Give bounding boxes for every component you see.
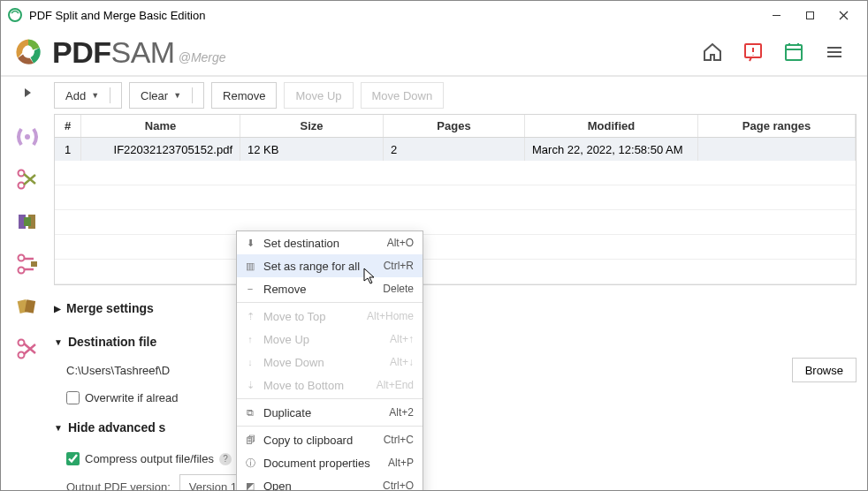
news-icon[interactable] <box>780 39 807 65</box>
menu-item-accel: Alt+Home <box>367 310 414 322</box>
brand-logo-icon <box>13 37 43 67</box>
menu-item-accel: Alt+O <box>387 237 414 249</box>
compress-label: Compress output file/files <box>85 452 214 465</box>
destination-toggle[interactable]: ▼ Destination file <box>54 331 857 352</box>
svg-point-25 <box>18 340 24 346</box>
advanced-toggle[interactable]: ▼ Hide advanced s <box>54 417 857 438</box>
chevron-down-icon: ▼ <box>54 337 63 347</box>
menu-item-open[interactable]: ◩OpenCtrl+O <box>237 474 423 490</box>
app-logo-icon <box>8 8 22 22</box>
movedown-button[interactable]: Move Down <box>361 82 445 109</box>
menu-item-label: Document properties <box>263 457 381 470</box>
svg-rect-19 <box>24 217 31 226</box>
remove-button[interactable]: Remove <box>211 82 277 109</box>
menu-item-accel: Ctrl+R <box>384 260 414 272</box>
merge-settings-toggle[interactable]: ▶ Merge settings <box>54 298 857 319</box>
sidebar-item-extract[interactable] <box>11 206 43 238</box>
module-name: @Merge <box>179 50 226 64</box>
window-minimize-button[interactable] <box>759 2 793 28</box>
menu-item-document-properties[interactable]: ⓘDocument propertiesAlt+P <box>237 451 423 474</box>
svg-point-14 <box>25 134 30 140</box>
add-button[interactable]: Add▼ <box>54 82 122 109</box>
menu-separator <box>237 426 423 427</box>
context-menu: ⬇Set destinationAlt+O▥Set as range for a… <box>236 230 423 490</box>
svg-rect-2 <box>806 11 813 19</box>
menu-item-accel: Ctrl+O <box>383 480 414 490</box>
file-toolbar: Add▼ Clear▼ Remove Move Up Move Down <box>54 82 857 114</box>
svg-point-16 <box>18 183 24 189</box>
overwrite-checkbox[interactable] <box>66 391 80 404</box>
svg-rect-22 <box>31 261 37 267</box>
output-version-label: Output PDF version: <box>66 480 171 491</box>
menu-separator <box>237 302 423 303</box>
menu-item-accel: Alt+P <box>388 457 414 469</box>
menu-item-icon: − <box>244 283 256 294</box>
col-name[interactable]: Name <box>81 115 240 137</box>
window-titlebar: PDF Split and Merge Basic Edition <box>1 1 867 29</box>
col-pages[interactable]: Pages <box>384 115 525 137</box>
menu-icon[interactable] <box>821 39 848 65</box>
sidebar-item-merge[interactable] <box>11 121 43 153</box>
menu-item-label: Remove <box>263 283 376 296</box>
content-area: Add▼ Clear▼ Remove Move Up Move Down # N… <box>54 77 867 490</box>
menu-item-label: Move to Bottom <box>263 379 369 392</box>
col-modified[interactable]: Modified <box>525 115 698 137</box>
advanced-section: ▼ Hide advanced s Compress output file/f… <box>54 417 857 490</box>
sidebar <box>1 77 54 490</box>
menu-item-icon: ▥ <box>244 261 256 272</box>
svg-point-20 <box>18 255 24 261</box>
window-title: PDF Split and Merge Basic Edition <box>29 9 205 22</box>
menu-item-icon: ↓ <box>244 357 256 367</box>
menu-item-duplicate[interactable]: ⧉DuplicateAlt+2 <box>237 401 423 424</box>
table-empty-area[interactable] <box>55 161 856 284</box>
menu-item-move-down: ↓Move DownAlt+↓ <box>237 351 423 374</box>
sidebar-item-alternate[interactable] <box>11 333 43 365</box>
sidebar-item-splitbysize[interactable] <box>11 248 43 280</box>
svg-point-26 <box>18 352 24 359</box>
home-icon[interactable] <box>699 39 726 65</box>
menu-item-remove[interactable]: −RemoveDelete <box>237 277 423 300</box>
window-maximize-button[interactable] <box>793 2 826 28</box>
menu-item-copy-to-clipboard[interactable]: 🗐Copy to clipboardCtrl+C <box>237 428 423 451</box>
chevron-right-icon: ▶ <box>54 304 61 313</box>
col-num[interactable]: # <box>55 115 81 137</box>
menu-item-accel: Alt+↓ <box>390 356 414 368</box>
menu-item-icon: ↑ <box>244 334 256 344</box>
menu-item-label: Copy to clipboard <box>263 434 377 447</box>
alert-icon[interactable] <box>740 39 766 65</box>
menu-item-label: Open <box>263 480 376 491</box>
menu-item-set-destination[interactable]: ⬇Set destinationAlt+O <box>237 231 423 254</box>
menu-item-icon: ⬇ <box>244 238 256 249</box>
destination-path[interactable]: C:\Users\Tashreef\D <box>66 364 785 377</box>
browse-button[interactable]: Browse <box>792 358 857 382</box>
col-size[interactable]: Size <box>240 115 384 137</box>
destination-section: ▼ Destination file C:\Users\Tashreef\D B… <box>54 331 857 404</box>
menu-item-icon: ⓘ <box>244 457 256 470</box>
svg-rect-6 <box>786 45 802 60</box>
brand-name: PDFSAM <box>52 35 175 70</box>
clear-button[interactable]: Clear▼ <box>129 82 204 109</box>
menu-item-move-to-top: ⇡Move to TopAlt+Home <box>237 305 423 328</box>
menu-item-move-to-bottom: ⇣Move to BottomAlt+End <box>237 374 423 397</box>
col-ranges[interactable]: Page ranges <box>698 115 856 137</box>
menu-item-move-up: ↑Move UpAlt+↑ <box>237 328 423 351</box>
table-row[interactable]: 1 IF22032123705152.pdf 12 KB 2 March 22,… <box>55 138 856 161</box>
menu-item-icon: ⧉ <box>244 407 256 419</box>
compress-checkbox[interactable] <box>66 452 80 465</box>
menu-item-set-as-range-for-all[interactable]: ▥Set as range for allCtrl+R <box>237 254 423 277</box>
merge-settings-section: ▶ Merge settings <box>54 298 857 319</box>
menu-item-label: Set destination <box>263 237 380 250</box>
sidebar-expand-icon[interactable] <box>19 84 36 102</box>
menu-item-icon: 🗐 <box>244 434 256 445</box>
overwrite-label: Overwrite if alread <box>85 391 178 404</box>
sidebar-item-split[interactable] <box>11 163 43 195</box>
svg-point-21 <box>18 268 24 274</box>
svg-marker-13 <box>25 88 31 97</box>
help-icon[interactable]: ? <box>219 453 232 465</box>
sidebar-item-rotate[interactable] <box>11 291 43 322</box>
moveup-button[interactable]: Move Up <box>284 82 353 109</box>
menu-item-accel: Delete <box>383 283 414 295</box>
menu-item-accel: Alt+2 <box>389 406 414 419</box>
window-close-button[interactable] <box>826 2 860 28</box>
table-header: # Name Size Pages Modified Page ranges <box>55 115 856 138</box>
